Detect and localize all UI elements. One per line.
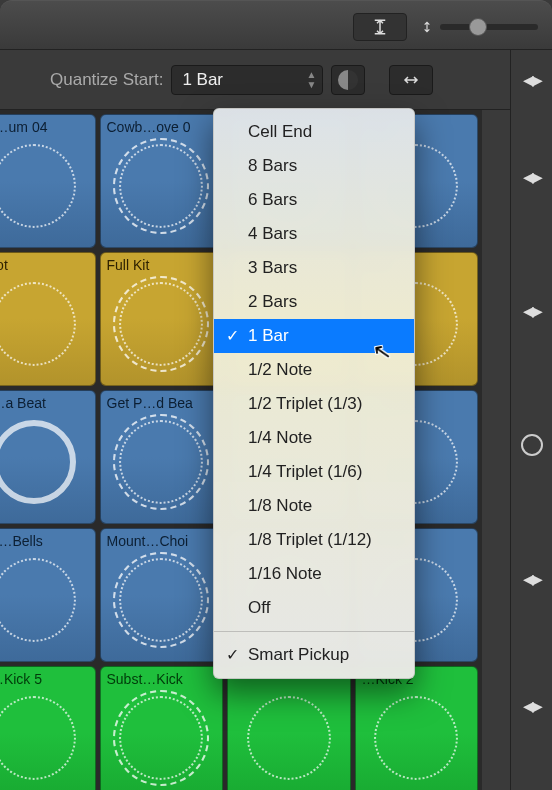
menu-item-label: 2 Bars xyxy=(248,292,297,311)
waveform-icon xyxy=(374,696,458,780)
menu-item[interactable]: Cell End xyxy=(214,115,414,149)
waveform-icon xyxy=(119,282,203,366)
top-toolbar xyxy=(0,0,552,50)
menu-item-label: 1/8 Triplet (1/12) xyxy=(248,530,372,549)
waveform-icon xyxy=(0,420,76,504)
rail-button-1[interactable]: ◀▶ xyxy=(511,110,552,244)
cell-title: Subst…Kick xyxy=(107,671,217,687)
menu-item-label: Smart Pickup xyxy=(248,645,349,664)
menu-item-label: 1/2 Note xyxy=(248,360,312,379)
menu-item[interactable]: 1/2 Triplet (1/3) xyxy=(214,387,414,421)
menu-item-label: 6 Bars xyxy=(248,190,297,209)
half-moon-icon xyxy=(338,70,358,90)
cell-title: st…Kick 5 xyxy=(0,671,89,687)
menu-item-label: 8 Bars xyxy=(248,156,297,175)
cell-title: an…um 04 xyxy=(0,119,89,135)
cell-title: unt…Bells xyxy=(0,533,89,549)
cell-title: Full Kit xyxy=(107,257,217,273)
waveform-icon xyxy=(119,696,203,780)
menu-item-label: 1/8 Note xyxy=(248,496,312,515)
quantize-dropdown-menu: Cell End8 Bars6 Bars4 Bars3 Bars2 Bars✓1… xyxy=(213,108,415,679)
cell-title: Get P…d Bea xyxy=(107,395,217,411)
rail-button-3[interactable] xyxy=(511,378,552,512)
menu-item-smart-pickup[interactable]: ✓Smart Pickup xyxy=(214,638,414,672)
zoom-slider-group xyxy=(420,13,538,41)
swap-horizontal-button[interactable] xyxy=(389,65,433,95)
quantize-value: 1 Bar xyxy=(182,70,223,90)
pan-icon: ◀▶ xyxy=(523,303,541,319)
menu-item[interactable]: 3 Bars xyxy=(214,251,414,285)
menu-item-label: 1/4 Triplet (1/6) xyxy=(248,462,362,481)
cell[interactable]: Cowb…ove 0 xyxy=(100,114,224,248)
menu-item[interactable]: 4 Bars xyxy=(214,217,414,251)
cell[interactable]: Subst…Kick xyxy=(100,666,224,790)
check-icon: ✓ xyxy=(226,323,239,349)
menu-item[interactable]: 2 Bars xyxy=(214,285,414,319)
rail-button-5[interactable]: ◀▶ xyxy=(511,646,552,766)
menu-item-label: Off xyxy=(248,598,270,617)
menu-item-label: 1/4 Note xyxy=(248,428,312,447)
menu-item-label: 3 Bars xyxy=(248,258,297,277)
menu-item-label: 1/16 Note xyxy=(248,564,322,583)
arrows-vertical-icon xyxy=(371,18,389,36)
menu-item[interactable]: 1/16 Note xyxy=(214,557,414,591)
rail-button-4[interactable]: ◀▶ xyxy=(511,512,552,646)
menu-item[interactable]: 1/4 Note xyxy=(214,421,414,455)
cell[interactable]: st…Kick 5 xyxy=(0,666,96,790)
expand-vertical-button[interactable] xyxy=(353,13,407,41)
pan-icon: ◀▶ xyxy=(523,698,541,714)
waveform-icon xyxy=(0,282,76,366)
arrows-vert-small-icon xyxy=(420,20,434,34)
cell-title: or…a Beat xyxy=(0,395,89,411)
cell[interactable]: unt…Bells xyxy=(0,528,96,662)
menu-item[interactable]: 6 Bars xyxy=(214,183,414,217)
pan-icon: ◀▶ xyxy=(523,571,541,587)
menu-item[interactable]: 1/8 Triplet (1/12) xyxy=(214,523,414,557)
menu-item-label: 1 Bar xyxy=(248,326,289,345)
pan-icon: ◀▶ xyxy=(523,169,541,185)
cell[interactable]: Shot xyxy=(0,252,96,386)
waveform-icon xyxy=(0,558,76,642)
menu-item-label: 4 Bars xyxy=(248,224,297,243)
cell[interactable]: …Kick 2 xyxy=(355,666,479,790)
menu-separator xyxy=(214,631,414,632)
rail-button-0[interactable]: ◀▶ xyxy=(511,50,552,110)
waveform-icon xyxy=(0,696,76,780)
menu-item[interactable]: 1/4 Triplet (1/6) xyxy=(214,455,414,489)
zoom-slider[interactable] xyxy=(440,24,538,30)
menu-item[interactable]: 1/8 Note xyxy=(214,489,414,523)
updown-icon: ▲▼ xyxy=(306,70,316,90)
menu-item-label: 1/2 Triplet (1/3) xyxy=(248,394,362,413)
cell[interactable] xyxy=(227,666,351,790)
pan-icon: ◀▶ xyxy=(523,72,541,88)
waveform-icon xyxy=(119,420,203,504)
swap-horizontal-icon xyxy=(402,71,420,89)
cell-title: Cowb…ove 0 xyxy=(107,119,217,135)
zoom-slider-thumb[interactable] xyxy=(469,18,487,36)
waveform-icon xyxy=(0,144,76,228)
cell-title: Mount…Choi xyxy=(107,533,217,549)
waveform-icon xyxy=(247,696,331,780)
cell[interactable]: Mount…Choi xyxy=(100,528,224,662)
menu-item[interactable]: Off xyxy=(214,591,414,625)
cell-title: Shot xyxy=(0,257,89,273)
check-icon: ✓ xyxy=(226,642,239,668)
right-rail: ◀▶ ◀▶ ◀▶ ◀▶ ◀▶ xyxy=(510,50,552,790)
waveform-icon xyxy=(119,558,203,642)
menu-item-label: Cell End xyxy=(248,122,312,141)
cell[interactable]: Get P…d Bea xyxy=(100,390,224,524)
cell[interactable]: Full Kit xyxy=(100,252,224,386)
menu-item[interactable]: 8 Bars xyxy=(214,149,414,183)
rail-button-2[interactable]: ◀▶ xyxy=(511,244,552,378)
phase-button[interactable] xyxy=(331,65,365,95)
quantize-select[interactable]: 1 Bar ▲▼ xyxy=(171,65,323,95)
quantize-row: Quantize Start: 1 Bar ▲▼ xyxy=(0,50,552,110)
ring-icon xyxy=(521,434,543,456)
cell[interactable]: or…a Beat xyxy=(0,390,96,524)
cell[interactable]: an…um 04 xyxy=(0,114,96,248)
waveform-icon xyxy=(119,144,203,228)
quantize-label: Quantize Start: xyxy=(50,70,163,90)
